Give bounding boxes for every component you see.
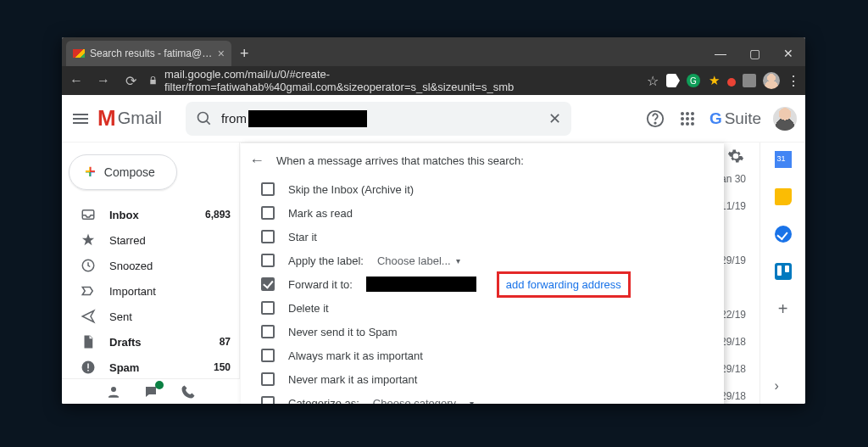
filter-option-apply-label[interactable]: Apply the label: Choose label... bbox=[241, 249, 724, 272]
trello-addon-icon[interactable] bbox=[775, 263, 792, 280]
bookmark-star-icon[interactable]: ☆ bbox=[646, 74, 659, 87]
filter-option-always-important[interactable]: Always mark it as important bbox=[241, 344, 724, 367]
checkbox-icon[interactable] bbox=[261, 372, 275, 386]
ext-icon-4[interactable] bbox=[727, 78, 736, 87]
svg-point-3 bbox=[654, 122, 655, 123]
sidebar-item-important[interactable]: Important bbox=[62, 278, 239, 304]
back-button[interactable]: ← bbox=[67, 71, 86, 90]
new-tab-button[interactable]: + bbox=[231, 41, 258, 66]
checkbox-icon[interactable] bbox=[261, 349, 275, 362]
nav-label: Sent bbox=[109, 310, 132, 323]
checkbox-checked-icon[interactable] bbox=[261, 277, 275, 291]
calendar-addon-icon[interactable] bbox=[775, 151, 792, 168]
redacted-search-value bbox=[248, 110, 367, 127]
account-avatar[interactable] bbox=[773, 107, 797, 131]
get-addons-icon[interactable]: + bbox=[775, 300, 792, 317]
sidebar-item-sent[interactable]: Sent bbox=[62, 304, 239, 329]
hangouts-phone-icon[interactable] bbox=[181, 384, 196, 400]
spam-icon bbox=[81, 360, 96, 375]
side-panel-toggle-icon[interactable]: › bbox=[775, 378, 792, 395]
gsuite-g: G bbox=[709, 109, 722, 128]
filter-option-never-important[interactable]: Never mark it as important bbox=[241, 367, 724, 391]
ext-icon-2[interactable]: G bbox=[687, 74, 700, 87]
ext-icon-5[interactable] bbox=[743, 74, 756, 87]
search-query: from bbox=[221, 110, 367, 127]
gmail-app: M Gmail from ✕ bbox=[62, 95, 805, 404]
search-box[interactable]: from ✕ bbox=[186, 102, 571, 136]
option-label: Always mark it as important bbox=[288, 349, 423, 362]
lock-icon bbox=[148, 75, 158, 86]
svg-rect-16 bbox=[87, 364, 89, 369]
checkbox-icon[interactable] bbox=[261, 254, 275, 267]
keep-addon-icon[interactable] bbox=[775, 188, 792, 205]
hangouts-contacts-icon[interactable] bbox=[106, 384, 121, 400]
profile-avatar-icon[interactable] bbox=[763, 72, 780, 89]
filter-option-skip-inbox[interactable]: Skip the Inbox (Archive it) bbox=[241, 177, 724, 201]
option-label: Forward it to: bbox=[288, 278, 353, 291]
hangouts-footer bbox=[62, 378, 240, 404]
ext-icon-3[interactable]: ★ bbox=[707, 74, 721, 87]
gsuite-logo[interactable]: G Suite bbox=[709, 109, 761, 128]
gmail-logo[interactable]: M Gmail bbox=[97, 105, 162, 131]
ext-icon-1[interactable] bbox=[666, 74, 680, 87]
sidebar-item-snoozed[interactable]: Snoozed bbox=[62, 253, 239, 278]
add-forwarding-address-link[interactable]: add forwarding address bbox=[497, 271, 631, 298]
window-controls: — ▢ ✕ bbox=[704, 41, 805, 66]
address-bar: ← → ⟳ mail.google.com/mail/u/0/#create-f… bbox=[62, 66, 805, 95]
option-label: Categorize as: bbox=[288, 397, 359, 405]
filter-option-forward[interactable]: Forward it to: add forwarding address bbox=[241, 272, 724, 296]
checkbox-icon[interactable] bbox=[261, 206, 275, 220]
category-select[interactable]: Choose category... bbox=[373, 397, 474, 405]
svg-rect-17 bbox=[87, 370, 89, 372]
filter-option-star[interactable]: Star it bbox=[241, 225, 724, 249]
sidebar-item-starred[interactable]: Starred bbox=[62, 227, 239, 253]
filter-header-text: When a message arrives that matches this… bbox=[276, 154, 524, 167]
filter-back-icon[interactable]: ← bbox=[249, 152, 264, 170]
url-text: mail.google.com/mail/u/0/#create-filter/… bbox=[164, 68, 637, 93]
forward-button[interactable]: → bbox=[94, 71, 113, 90]
browser-menu-icon[interactable]: ⋮ bbox=[787, 74, 800, 87]
hangouts-chat-icon[interactable] bbox=[143, 384, 159, 400]
browser-tab[interactable]: Search results - fatima@addictiv × bbox=[66, 41, 231, 66]
filter-option-never-spam[interactable]: Never send it to Spam bbox=[241, 320, 724, 344]
checkbox-icon[interactable] bbox=[261, 396, 275, 404]
filter-option-delete[interactable]: Delete it bbox=[241, 296, 724, 320]
filter-option-categorize[interactable]: Categorize as: Choose category... bbox=[241, 391, 724, 404]
svg-point-7 bbox=[681, 117, 684, 120]
search-icon[interactable] bbox=[196, 110, 213, 127]
main-menu-button[interactable] bbox=[70, 109, 91, 129]
sidebar-item-drafts[interactable]: Drafts87 bbox=[62, 329, 239, 355]
tab-strip: Search results - fatima@addictiv × + — ▢… bbox=[62, 37, 805, 66]
sidebar-item-inbox[interactable]: Inbox6,893 bbox=[62, 202, 239, 227]
checkbox-icon[interactable] bbox=[261, 182, 275, 196]
search-prefix: from bbox=[221, 111, 247, 126]
svg-point-10 bbox=[681, 122, 684, 126]
clear-search-icon[interactable]: ✕ bbox=[548, 109, 561, 128]
compose-label: Compose bbox=[104, 165, 155, 179]
support-icon[interactable] bbox=[645, 109, 665, 129]
sent-icon bbox=[81, 309, 96, 324]
close-tab-icon[interactable]: × bbox=[218, 47, 225, 60]
option-label: Skip the Inbox (Archive it) bbox=[288, 183, 414, 196]
reload-button[interactable]: ⟳ bbox=[121, 71, 140, 90]
option-label: Never mark it as important bbox=[288, 373, 417, 386]
nav-label: Important bbox=[109, 285, 156, 298]
apps-grid-icon[interactable] bbox=[677, 109, 698, 129]
minimize-button[interactable]: — bbox=[704, 41, 737, 66]
filter-option-mark-read[interactable]: Mark as read bbox=[241, 201, 724, 225]
tasks-addon-icon[interactable] bbox=[775, 226, 792, 243]
nav-label: Starred bbox=[109, 234, 146, 247]
url-box[interactable]: mail.google.com/mail/u/0/#create-filter/… bbox=[148, 68, 637, 93]
gmail-m-icon: M bbox=[97, 105, 116, 131]
label-select[interactable]: Choose label... bbox=[377, 254, 460, 267]
checkbox-icon[interactable] bbox=[261, 325, 275, 338]
maximize-button[interactable]: ▢ bbox=[737, 41, 771, 66]
close-window-button[interactable]: ✕ bbox=[771, 41, 805, 66]
checkbox-icon[interactable] bbox=[261, 301, 275, 315]
settings-gear-icon[interactable] bbox=[727, 148, 744, 165]
svg-point-6 bbox=[691, 112, 694, 115]
svg-point-0 bbox=[198, 112, 208, 122]
sidebar-item-spam[interactable]: Spam150 bbox=[62, 355, 239, 380]
checkbox-icon[interactable] bbox=[261, 230, 275, 243]
compose-button[interactable]: + Compose bbox=[69, 154, 177, 190]
